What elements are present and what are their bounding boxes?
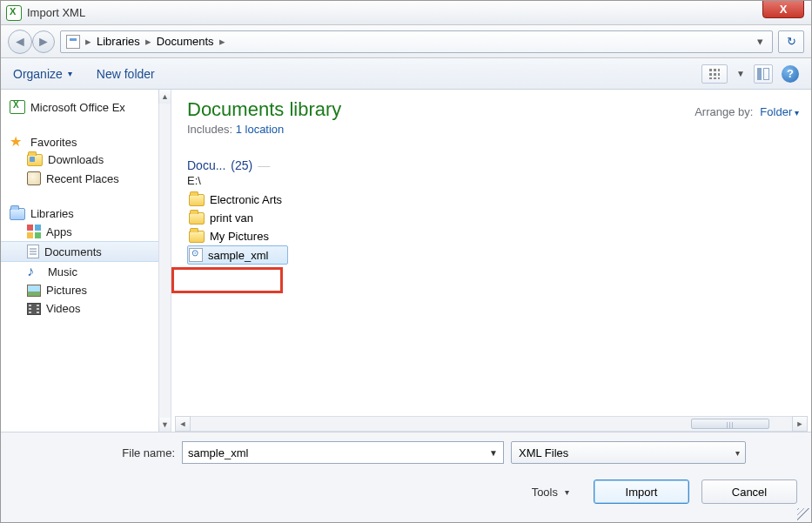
group-heading[interactable]: Docu... (25) — bbox=[187, 158, 799, 172]
breadcrumb-documents[interactable]: Documents bbox=[157, 35, 214, 48]
address-bar-row: ◄ ► ▸ Libraries ▸ Documents ▸ ▾ ↻ bbox=[1, 25, 811, 58]
library-title: Documents library bbox=[187, 98, 341, 121]
drive-path: E:\ bbox=[187, 174, 799, 187]
view-options-dropdown[interactable]: ▼ bbox=[736, 69, 745, 78]
star-icon: ★ bbox=[10, 135, 25, 149]
cancel-button[interactable]: Cancel bbox=[701, 479, 797, 504]
sidebar-item-music[interactable]: ♪ Music bbox=[1, 262, 171, 281]
arrow-right-icon: ► bbox=[37, 34, 50, 50]
sidebar-item-label: Microsoft Office Ex bbox=[30, 101, 125, 114]
sidebar-favorites-list: Downloads Recent Places bbox=[1, 151, 171, 188]
tools-menu[interactable]: Tools bbox=[532, 486, 569, 499]
library-includes: Includes: 1 location bbox=[187, 123, 341, 136]
sidebar: Microsoft Office Ex ★ Favorites Download… bbox=[1, 90, 171, 432]
annotation-highlight bbox=[171, 267, 283, 293]
sidebar-item-apps[interactable]: Apps bbox=[1, 222, 171, 241]
window-close-button[interactable]: X bbox=[762, 0, 804, 18]
sidebar-libraries-list: Apps Documents ♪ Music Pictures Videos bbox=[1, 222, 171, 318]
file-label: print van bbox=[210, 211, 253, 225]
includes-link[interactable]: 1 location bbox=[236, 123, 285, 136]
breadcrumb-dropdown[interactable]: ▾ bbox=[753, 35, 767, 48]
downloads-icon bbox=[27, 154, 43, 166]
file-type-dropdown[interactable]: XML Files bbox=[511, 441, 746, 464]
import-button[interactable]: Import bbox=[594, 479, 689, 504]
filename-input[interactable] bbox=[182, 441, 504, 464]
horizontal-scrollbar[interactable]: ◄ ► bbox=[175, 416, 808, 432]
library-header: Documents library Includes: 1 location A… bbox=[187, 98, 799, 136]
scroll-track[interactable] bbox=[191, 416, 792, 432]
group-collapse-line: — bbox=[258, 158, 270, 172]
group-name: Docu... bbox=[187, 158, 225, 172]
bottom-panel: File name: ▼ XML Files Tools Import Canc… bbox=[1, 432, 811, 522]
location-icon bbox=[66, 35, 80, 49]
button-label: Import bbox=[626, 486, 658, 499]
dialog-body: Microsoft Office Ex ★ Favorites Download… bbox=[1, 90, 811, 432]
nav-back-button[interactable]: ◄ bbox=[8, 30, 32, 54]
file-label: sample_xml bbox=[208, 249, 268, 262]
chevron-right-icon: ▸ bbox=[84, 35, 93, 48]
help-icon: ? bbox=[787, 67, 794, 80]
sidebar-item-label: Documents bbox=[44, 245, 102, 258]
refresh-button[interactable]: ↻ bbox=[778, 30, 804, 53]
arrange-by-dropdown[interactable]: Folder bbox=[760, 105, 799, 118]
sidebar-item-office[interactable]: Microsoft Office Ex bbox=[1, 97, 171, 117]
scroll-thumb[interactable] bbox=[691, 419, 769, 429]
libraries-icon bbox=[10, 208, 25, 220]
view-options-button[interactable] bbox=[701, 64, 728, 84]
new-folder-button[interactable]: New folder bbox=[97, 67, 155, 81]
documents-icon bbox=[27, 245, 39, 258]
excel-app-icon bbox=[6, 5, 22, 21]
resize-grip[interactable] bbox=[797, 508, 809, 520]
file-list-pane: Documents library Includes: 1 location A… bbox=[171, 90, 811, 432]
folder-icon bbox=[189, 212, 205, 225]
preview-pane-button[interactable] bbox=[754, 64, 773, 84]
list-item[interactable]: Electronic Arts bbox=[187, 191, 799, 209]
scroll-up-button[interactable]: ▲ bbox=[158, 90, 171, 104]
sidebar-item-downloads[interactable]: Downloads bbox=[1, 151, 171, 169]
button-row: Tools Import Cancel bbox=[13, 479, 797, 504]
sidebar-group-libraries[interactable]: Libraries bbox=[1, 202, 171, 222]
breadcrumb-bar[interactable]: ▸ Libraries ▸ Documents ▸ ▾ bbox=[60, 30, 773, 53]
recent-places-icon bbox=[27, 171, 41, 185]
organize-menu[interactable]: Organize bbox=[13, 67, 72, 81]
chevron-down-icon[interactable]: ▼ bbox=[487, 445, 500, 460]
breadcrumb-libraries[interactable]: Libraries bbox=[97, 35, 140, 48]
sidebar-item-recent-places[interactable]: Recent Places bbox=[1, 169, 171, 188]
sidebar-scrollbar[interactable]: ▲ ▼ bbox=[158, 90, 171, 432]
sidebar-item-pictures[interactable]: Pictures bbox=[1, 281, 171, 299]
scroll-right-button[interactable]: ► bbox=[792, 416, 808, 432]
arrow-left-icon: ◄ bbox=[13, 34, 27, 50]
scroll-left-button[interactable]: ◄ bbox=[175, 416, 191, 432]
group-count: (25) bbox=[231, 158, 252, 172]
sidebar-group-label: Favorites bbox=[30, 136, 77, 149]
scroll-down-button[interactable]: ▼ bbox=[158, 418, 171, 432]
chevron-right-icon: ▸ bbox=[218, 35, 227, 48]
arrange-by-label: Arrange by: bbox=[695, 105, 753, 118]
xml-file-icon bbox=[189, 248, 203, 262]
file-label: My Pictures bbox=[210, 230, 269, 243]
excel-icon bbox=[10, 100, 25, 114]
videos-icon bbox=[27, 303, 41, 315]
sidebar-item-documents[interactable]: Documents bbox=[1, 241, 171, 262]
sidebar-group-favorites[interactable]: ★ Favorites bbox=[1, 130, 171, 151]
help-button[interactable]: ? bbox=[782, 65, 799, 83]
scroll-track[interactable] bbox=[158, 104, 171, 418]
list-item[interactable]: My Pictures bbox=[187, 227, 799, 245]
sidebar-item-label: Downloads bbox=[48, 153, 104, 166]
folder-icon bbox=[189, 231, 205, 243]
list-item-selected[interactable]: sample_xml bbox=[187, 245, 288, 265]
toolbar-right: ▼ ? bbox=[701, 64, 799, 84]
file-type-label: XML Files bbox=[519, 446, 568, 459]
arrange-by: Arrange by: Folder bbox=[695, 105, 799, 118]
list-item[interactable]: print van bbox=[187, 209, 799, 227]
sidebar-item-label: Music bbox=[48, 265, 77, 278]
pictures-icon bbox=[27, 285, 41, 297]
includes-prefix: Includes: bbox=[187, 123, 232, 136]
close-icon: X bbox=[780, 3, 788, 16]
filename-combo[interactable]: ▼ bbox=[182, 441, 504, 464]
folder-icon bbox=[189, 194, 205, 206]
sidebar-item-videos[interactable]: Videos bbox=[1, 299, 171, 318]
sidebar-item-label: Recent Places bbox=[46, 172, 119, 185]
window-title: Import XML bbox=[27, 6, 85, 19]
nav-forward-button[interactable]: ► bbox=[32, 30, 55, 53]
